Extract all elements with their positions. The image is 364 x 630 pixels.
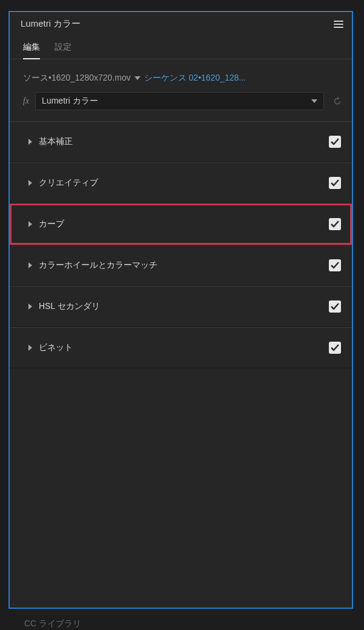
section-checkbox[interactable] xyxy=(329,259,341,271)
section-label: カーブ xyxy=(39,219,64,230)
tab-edit[interactable]: 編集 xyxy=(23,42,40,59)
section-curves[interactable]: カーブ xyxy=(10,204,352,245)
sections-list: 基本補正 クリエイティブ xyxy=(10,121,352,368)
section-hsl-secondary[interactable]: HSL セカンダリ xyxy=(10,286,352,327)
source-dropdown-icon[interactable] xyxy=(134,75,141,81)
section-label: カラーホイールとカラーマッチ xyxy=(39,260,157,271)
chevron-right-icon xyxy=(28,139,33,145)
tab-settings[interactable]: 設定 xyxy=(55,42,71,59)
section-checkbox[interactable] xyxy=(329,136,341,148)
bottom-bar: CC ライブラリ xyxy=(0,612,364,630)
section-label: クリエイティブ xyxy=(39,177,98,188)
section-checkbox[interactable] xyxy=(329,218,341,230)
chevron-right-icon xyxy=(28,345,33,351)
chevron-right-icon xyxy=(28,180,33,186)
fx-icon: fx xyxy=(23,96,29,106)
chevron-down-icon xyxy=(311,98,317,104)
source-clip-label: ソース•1620_1280x720.mov xyxy=(23,73,131,84)
panel-title: Lumetri カラー xyxy=(21,18,81,30)
panel-header: Lumetri カラー xyxy=(10,12,352,35)
reset-icon[interactable] xyxy=(330,94,343,108)
effect-dropdown[interactable]: Lumetri カラー xyxy=(35,92,324,110)
bottom-partial-text: CC ライブラリ xyxy=(24,618,81,628)
chevron-right-icon xyxy=(28,221,33,227)
section-color-wheels-match[interactable]: カラーホイールとカラーマッチ xyxy=(10,245,352,286)
sequence-link[interactable]: シーケンス 02•1620_128... xyxy=(144,73,246,84)
section-checkbox[interactable] xyxy=(329,177,341,189)
panel-menu-icon[interactable] xyxy=(334,19,343,29)
chevron-right-icon xyxy=(28,303,33,310)
section-vignette[interactable]: ビネット xyxy=(10,327,352,368)
section-label: HSL セカンダリ xyxy=(39,301,100,312)
section-label: ビネット xyxy=(39,342,73,353)
section-label: 基本補正 xyxy=(39,136,73,147)
chevron-right-icon xyxy=(28,262,33,268)
lumetri-color-panel: Lumetri カラー 編集 設定 ソース•1620_1280x720.mov … xyxy=(8,11,353,609)
section-checkbox[interactable] xyxy=(329,300,341,313)
section-checkbox[interactable] xyxy=(329,342,341,354)
section-basic-correction[interactable]: 基本補正 xyxy=(10,121,352,162)
source-row: ソース•1620_1280x720.mov シーケンス 02•1620_128.… xyxy=(10,59,352,86)
section-creative[interactable]: クリエイティブ xyxy=(10,162,352,204)
tabs: 編集 設定 xyxy=(10,35,352,59)
effect-dropdown-label: Lumetri カラー xyxy=(42,96,98,107)
effect-row: fx Lumetri カラー xyxy=(10,86,352,120)
